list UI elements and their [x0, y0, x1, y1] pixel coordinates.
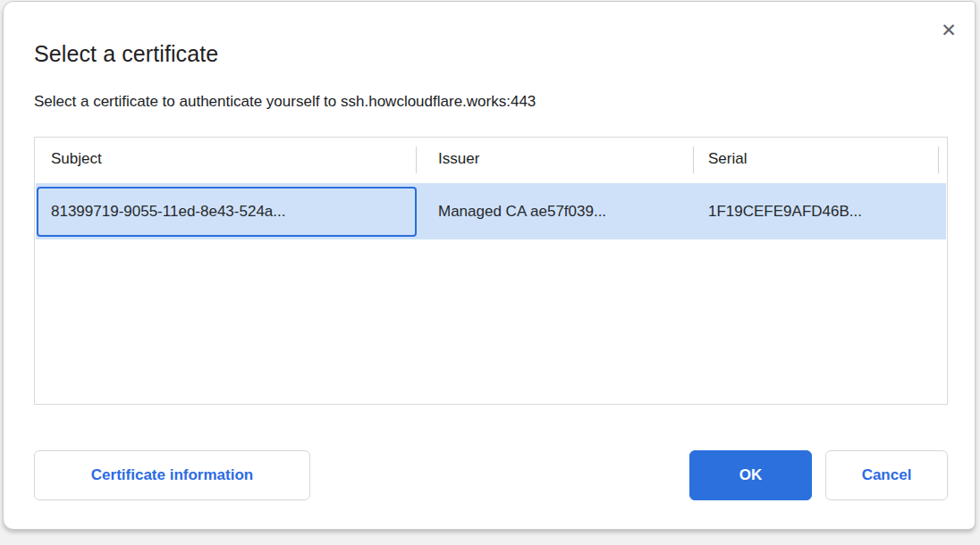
certificate-serial-cell: 1F19CEFE9AFD46B...: [708, 183, 862, 239]
close-icon: ✕: [941, 20, 957, 41]
select-certificate-dialog: Select a certificate ✕ Select a certific…: [3, 1, 976, 530]
column-divider: [693, 147, 694, 173]
cancel-button[interactable]: Cancel: [825, 450, 948, 500]
ok-button[interactable]: OK: [689, 450, 812, 500]
dialog-subtitle: Select a certificate to authenticate you…: [34, 93, 536, 111]
dialog-title: Select a certificate: [34, 41, 218, 67]
certificate-subject-cell[interactable]: 81399719-9055-11ed-8e43-524a...: [37, 187, 417, 237]
close-button[interactable]: ✕: [934, 15, 964, 46]
scrollbar-gutter-divider: [938, 147, 939, 173]
certificate-information-button[interactable]: Certificate information: [34, 450, 310, 500]
certificate-table: Subject Issuer Serial 81399719-9055-11ed…: [34, 137, 948, 405]
column-header-subject: Subject: [51, 150, 102, 168]
column-header-issuer: Issuer: [438, 150, 479, 168]
column-divider: [416, 147, 417, 173]
certificate-table-header: Subject Issuer Serial: [35, 138, 947, 182]
certificate-issuer-cell: Managed CA ae57f039...: [438, 183, 606, 239]
certificate-row-selected[interactable]: 81399719-9055-11ed-8e43-524a... Managed …: [36, 183, 946, 239]
screen-background: Select a certificate ✕ Select a certific…: [0, 0, 980, 545]
column-header-serial: Serial: [708, 150, 747, 168]
